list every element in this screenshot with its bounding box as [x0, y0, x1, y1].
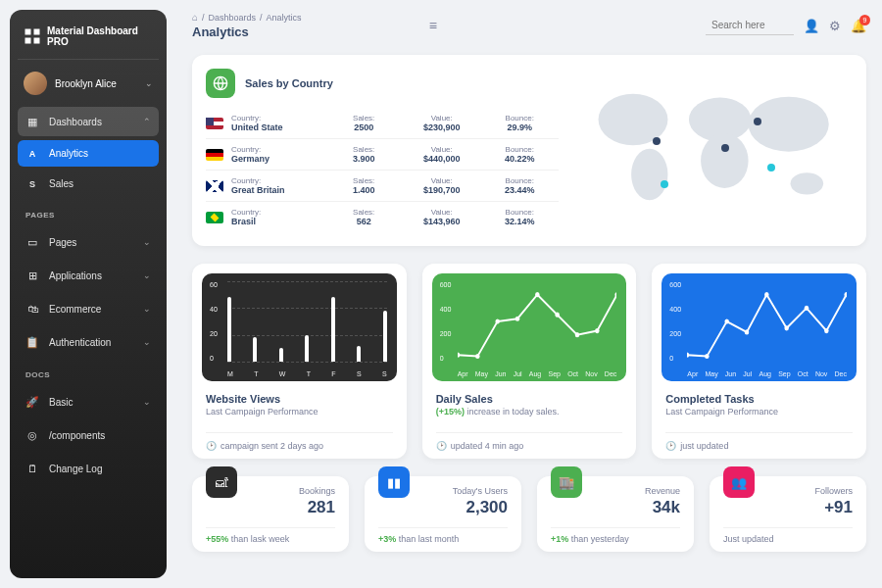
clock-icon: 🕑 — [436, 441, 447, 451]
line-chart: 6004002000 AprMayJunJulAugSepOctNovDec — [432, 273, 627, 381]
user-menu[interactable]: Brooklyn Alice ⌄ — [18, 64, 159, 103]
rocket-icon: 🚀 — [25, 395, 39, 409]
svg-point-25 — [785, 325, 790, 330]
chevron-down-icon: ⌄ — [145, 78, 153, 88]
nav-dashboards[interactable]: ▦ Dashboards ⌃ — [18, 107, 159, 136]
globe-icon — [206, 69, 235, 98]
brand-icon — [24, 27, 41, 45]
completed-tasks-card: 6004002000 AprMayJunJulAugSepOctNovDec C… — [652, 264, 866, 459]
basket-icon: 🛍 — [25, 302, 39, 316]
svg-point-10 — [791, 172, 824, 194]
nav-label: Ecommerce — [49, 304, 101, 315]
store-icon: 🏬 — [551, 466, 582, 498]
stat-footer: +55% than lask week — [206, 527, 335, 544]
breadcrumb-root[interactable]: Dashboards — [209, 13, 257, 23]
chevron-down-icon: ⌄ — [143, 304, 151, 314]
nav-authentication[interactable]: 📋 Authentication ⌄ — [18, 327, 159, 357]
stat-footer: Just updated — [723, 527, 853, 544]
country-row[interactable]: Country:Brasil Sales:562 Value:$143,960 … — [206, 202, 559, 232]
world-map[interactable] — [578, 69, 853, 232]
stat-followers: 👥 Followers +91 Just updated — [710, 476, 866, 552]
map-marker[interactable] — [767, 164, 775, 172]
country-row[interactable]: Country:United State Sales:2500 Value:$2… — [206, 108, 559, 139]
nav-letter: S — [25, 179, 39, 189]
chevron-up-icon: ⌃ — [143, 117, 151, 126]
chart-footer: updated 4 min ago — [451, 441, 524, 451]
country-row[interactable]: Country:Germany Sales:3.900 Value:$440,0… — [206, 139, 559, 171]
stat-value: +91 — [723, 498, 853, 517]
map-marker[interactable] — [653, 137, 661, 145]
clock-icon: 🕑 — [206, 441, 217, 451]
search-input[interactable] — [706, 16, 794, 35]
brand[interactable]: Material Dashboard PRO — [18, 22, 159, 60]
nav-analytics[interactable]: A Analytics — [18, 140, 159, 167]
svg-point-24 — [764, 292, 769, 297]
stat-footer: +3% than last month — [378, 527, 508, 544]
nav-basic[interactable]: 🚀 Basic ⌄ — [18, 387, 159, 416]
nav-label: Analytics — [49, 148, 88, 159]
bar-chart: 6040200 MTWTFSS — [202, 273, 397, 381]
svg-point-13 — [495, 318, 500, 323]
chart-footer: campaign sent 2 days ago — [220, 441, 323, 451]
website-views-card: 6040200 MTWTFSS Website Views Last Campa… — [192, 264, 407, 459]
breadcrumb-current: Analytics — [267, 13, 302, 23]
menu-toggle-icon[interactable]: ≡ — [429, 18, 437, 33]
nav-components[interactable]: ◎ /components — [18, 420, 159, 450]
nav-label: Dashboards — [49, 117, 102, 127]
account-icon[interactable]: 👤 — [804, 19, 819, 33]
chart-footer: just updated — [680, 441, 728, 451]
chevron-down-icon: ⌄ — [143, 270, 151, 280]
svg-rect-3 — [34, 38, 40, 44]
nav-label: Pages — [49, 237, 76, 248]
dashboard-icon: ▦ — [25, 115, 39, 128]
svg-point-18 — [595, 328, 600, 333]
nav-section-docs: DOCS — [18, 361, 159, 383]
daily-sales-card: 6004002000 AprMayJunJulAugSepOctNovDec D… — [422, 264, 637, 459]
map-marker[interactable] — [721, 144, 729, 152]
person-add-icon: 👥 — [723, 466, 755, 498]
home-icon[interactable]: ⌂ — [192, 12, 198, 23]
flag-icon — [206, 180, 223, 192]
nav-label: Applications — [49, 270, 102, 281]
avatar — [24, 72, 47, 95]
nav-applications[interactable]: ⊞ Applications ⌄ — [18, 261, 159, 290]
svg-point-20 — [687, 353, 689, 358]
weekend-icon: 🛋 — [206, 466, 237, 498]
svg-point-22 — [725, 318, 730, 323]
line-chart: 6004002000 AprMayJunJulAugSepOctNovDec — [662, 273, 857, 381]
svg-point-15 — [535, 292, 540, 297]
sales-by-country-card: Sales by Country Country:United State Sa… — [192, 55, 866, 246]
brand-text: Material Dashboard PRO — [47, 25, 153, 47]
nav-ecommerce[interactable]: 🛍 Ecommerce ⌄ — [18, 294, 159, 323]
chart-subtitle: Last Campaign Performance — [665, 407, 853, 416]
nav-label: Sales — [49, 178, 74, 189]
svg-point-8 — [701, 133, 749, 188]
components-icon: ◎ — [25, 428, 39, 442]
main-content: ⌂ / Dashboards / Analytics Analytics ≡ 👤… — [176, 0, 882, 588]
nav-label: Basic — [49, 397, 73, 408]
breadcrumb[interactable]: ⌂ / Dashboards / Analytics — [192, 12, 302, 23]
settings-icon[interactable]: ⚙ — [829, 19, 841, 33]
bar-chart-icon: ▮▮ — [378, 466, 410, 498]
nav-pages[interactable]: ▭ Pages ⌄ — [18, 227, 159, 257]
chevron-down-icon: ⌄ — [143, 397, 151, 407]
notif-badge: 9 — [859, 15, 870, 25]
chart-row: 6040200 MTWTFSS Website Views Last Campa… — [192, 264, 866, 459]
stat-value: 2,300 — [378, 498, 508, 517]
stat-value: 281 — [206, 498, 335, 517]
map-marker[interactable] — [661, 180, 668, 188]
country-row[interactable]: Country:Great Britain Sales:1.400 Value:… — [206, 171, 559, 202]
document-icon: 📋 — [25, 335, 39, 349]
nav-label: /components — [49, 430, 105, 441]
nav-sales[interactable]: S Sales — [18, 171, 159, 197]
chart-subtitle: Last Campaign Performance — [206, 407, 393, 416]
svg-rect-2 — [25, 38, 31, 44]
notifications-icon[interactable]: 🔔9 — [851, 19, 866, 33]
stat-bookings: 🛋 Bookings 281 +55% than lask week — [192, 476, 349, 552]
svg-point-16 — [555, 313, 560, 318]
svg-point-12 — [475, 354, 480, 359]
nav-label: Authentication — [49, 337, 111, 348]
user-name: Brooklyn Alice — [55, 78, 117, 89]
nav-changelog[interactable]: 🗒 Change Log — [18, 454, 159, 483]
clock-icon: 🕑 — [665, 441, 676, 451]
